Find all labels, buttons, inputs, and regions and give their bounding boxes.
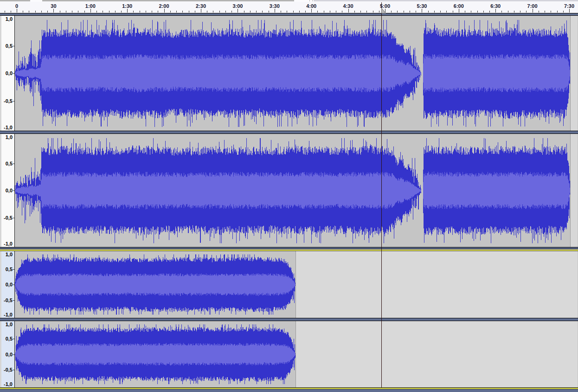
scale-label: 0,5 — [6, 267, 13, 272]
timeline-minor-tick — [133, 11, 134, 13]
timeline-minor-tick — [545, 11, 545, 13]
scale-tick — [13, 164, 14, 164]
scale-tick — [13, 354, 14, 355]
scale-tick — [13, 370, 14, 370]
timeline-major-tick — [569, 9, 570, 13]
timeline-minor-tick — [440, 11, 441, 13]
timeline-label: 3:00 — [232, 3, 243, 9]
timeline-label: 6:30 — [490, 3, 501, 9]
toolbar-edge-segment — [314, 0, 578, 1]
toolbar-edge-segment — [0, 0, 30, 1]
scale-tick — [13, 73, 14, 74]
timeline-minor-tick — [305, 11, 306, 13]
scale-tick — [13, 218, 14, 218]
scale-label: 0,0 — [6, 188, 13, 193]
scale-label: 0,5 — [6, 336, 13, 341]
timeline-minor-tick — [121, 11, 122, 13]
track-stereo-2-left: 1,00,50,0-0,5-1,0 — [0, 251, 578, 318]
timeline-major-tick — [533, 9, 533, 13]
timeline-minor-tick — [158, 11, 158, 13]
timeline-major-tick — [127, 9, 128, 13]
selected-track-border-top[interactable] — [0, 247, 578, 251]
timeline-minor-tick — [96, 11, 97, 13]
timeline-label: 2:00 — [159, 3, 169, 9]
timeline-minor-tick — [366, 11, 367, 13]
waveform-canvas[interactable] — [15, 321, 578, 387]
waveform-canvas[interactable] — [15, 16, 578, 131]
playhead-marker-icon[interactable] — [381, 8, 386, 13]
timeline-minor-tick — [189, 11, 189, 13]
timeline-minor-tick — [299, 11, 300, 13]
timeline-major-tick — [90, 9, 91, 13]
waveform-area[interactable] — [15, 251, 578, 318]
scale-label: 0,5 — [6, 44, 13, 48]
scale-label: -1,0 — [4, 241, 13, 246]
track-separator[interactable] — [0, 318, 578, 321]
waveform-canvas[interactable] — [15, 134, 578, 247]
track-separator[interactable] — [0, 131, 578, 134]
vertical-scale-ruler[interactable]: 1,00,50,0-0,5-1,0 — [1, 321, 15, 387]
timeline-minor-tick — [557, 11, 558, 13]
toolbar-edge-segment — [42, 0, 294, 1]
timeline-minor-tick — [269, 11, 269, 13]
audacity-track-window: 0301:001:302:002:303:003:304:004:305:005… — [0, 0, 578, 392]
timeline-minor-tick — [483, 11, 484, 13]
timeline-minor-tick — [330, 11, 330, 13]
vertical-scale-ruler[interactable]: 1,00,50,0-0,5-1,0 — [1, 16, 15, 131]
timeline-ruler[interactable]: 0301:001:302:002:303:003:304:004:305:005… — [0, 2, 578, 13]
timeline-minor-tick — [360, 11, 361, 13]
timeline-label: 7:00 — [527, 3, 538, 9]
waveform-area[interactable] — [15, 321, 578, 387]
timeline-minor-tick — [84, 11, 85, 13]
timeline-minor-tick — [146, 11, 146, 13]
timeline-major-tick — [348, 9, 349, 13]
timeline-major-tick — [238, 9, 238, 13]
timeline-minor-tick — [256, 11, 257, 13]
playback-cursor — [381, 2, 382, 387]
timeline-minor-tick — [195, 11, 195, 13]
timeline-minor-tick — [23, 11, 23, 13]
timeline-minor-tick — [391, 11, 392, 13]
timeline-minor-tick — [373, 11, 373, 13]
timeline-label: 1:00 — [85, 3, 96, 9]
vertical-scale-ruler[interactable]: 1,00,50,0-0,5-1,0 — [1, 134, 15, 247]
timeline-major-tick — [164, 9, 165, 13]
timeline-minor-tick — [428, 11, 429, 13]
timeline-minor-tick — [250, 11, 250, 13]
timeline-minor-tick — [244, 11, 244, 13]
scale-label: 1,0 — [6, 17, 13, 21]
timeline-minor-tick — [324, 11, 324, 13]
timeline-label: 7:30 — [564, 3, 574, 9]
timeline-label: 4:00 — [306, 3, 316, 9]
scale-label: 0,5 — [6, 161, 13, 166]
track-stereo-2-right: 1,00,50,0-0,5-1,0 — [0, 321, 578, 387]
timeline-minor-tick — [35, 11, 36, 13]
timeline-minor-tick — [213, 11, 213, 13]
scale-label: 0,0 — [6, 71, 13, 76]
vertical-scale-ruler[interactable]: 1,00,50,0-0,5-1,0 — [1, 251, 15, 318]
timeline-minor-tick — [60, 11, 60, 13]
scale-label: -0,5 — [4, 367, 13, 372]
timeline-minor-tick — [477, 11, 478, 13]
scale-tick — [13, 46, 14, 46]
timeline-minor-tick — [78, 11, 78, 13]
timeline-minor-tick — [434, 11, 435, 13]
timeline-label: 2:30 — [196, 3, 206, 9]
waveform-area[interactable] — [15, 16, 578, 131]
timeline-minor-tick — [29, 11, 29, 13]
scale-tick — [13, 300, 14, 301]
timeline-minor-tick — [262, 11, 263, 13]
timeline-minor-tick — [563, 11, 564, 13]
timeline-major-tick — [495, 9, 496, 13]
scale-tick — [13, 285, 14, 285]
timeline-minor-tick — [501, 11, 502, 13]
waveform-area[interactable] — [15, 134, 578, 247]
scale-label: 0,0 — [6, 282, 13, 287]
timeline-label: 0 — [15, 3, 18, 9]
scale-tick — [13, 269, 14, 270]
timeline-minor-tick — [207, 11, 207, 13]
timeline-major-tick — [201, 9, 201, 13]
track-stereo-1-left: 1,00,50,0-0,5-1,0 — [0, 16, 578, 131]
waveform-canvas[interactable] — [15, 251, 578, 318]
timeline-minor-tick — [404, 11, 404, 13]
